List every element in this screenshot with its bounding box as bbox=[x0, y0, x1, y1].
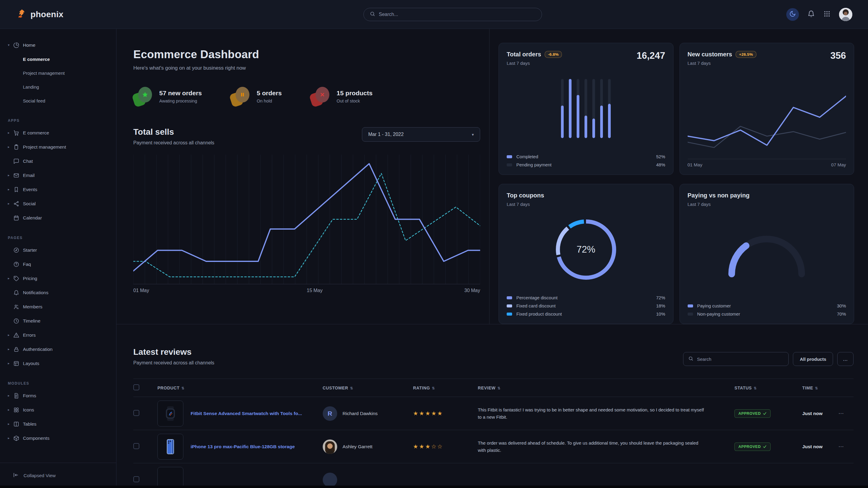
legend-row: Percentage discount72% bbox=[507, 295, 665, 300]
reviews-search-input[interactable]: Search bbox=[683, 352, 789, 366]
sort-icon: ⇅ bbox=[497, 386, 501, 390]
legend-row: Completed52% bbox=[507, 154, 665, 159]
star-filled-icon: ★ bbox=[425, 444, 431, 450]
sidebar-item-email[interactable]: ▸ Email bbox=[8, 168, 111, 182]
notifications-button[interactable] bbox=[807, 10, 815, 19]
legend-row: Pending payment48% bbox=[507, 162, 665, 167]
caret-right-icon: ▸ bbox=[8, 408, 13, 412]
sidebar-item-home[interactable]: ▾ Home bbox=[8, 38, 111, 52]
caret-right-icon: ▸ bbox=[8, 361, 13, 365]
sidebar-item-calendar[interactable]: Calendar bbox=[8, 211, 111, 225]
column-header-rating[interactable]: RATING⇅ bbox=[413, 379, 478, 397]
sort-icon: ⇅ bbox=[754, 386, 757, 390]
star-empty-icon: ☆ bbox=[431, 444, 437, 450]
sidebar-item-authentication[interactable]: ▸ Authentication bbox=[8, 342, 111, 356]
sidebar-item-icons[interactable]: ▸ Icons bbox=[8, 403, 111, 417]
sidebar-item-events[interactable]: ▸ Events bbox=[8, 182, 111, 197]
total-sells-chart bbox=[133, 155, 480, 284]
select-all-checkbox[interactable] bbox=[133, 384, 140, 390]
review-text: The order was delivered ahead of schedul… bbox=[478, 440, 719, 454]
row-menu-button[interactable]: ⋯ bbox=[838, 444, 844, 449]
column-header-review[interactable]: REVIEW⇅ bbox=[478, 379, 734, 397]
column-header-status[interactable]: STATUS⇅ bbox=[734, 379, 802, 397]
sidebar-item-starter[interactable]: Starter bbox=[8, 243, 111, 257]
row-checkbox[interactable] bbox=[133, 476, 140, 482]
table-row: Fitbit Sense Advanced Smartwatch with To… bbox=[133, 397, 854, 430]
caret-right-icon: ▸ bbox=[8, 173, 13, 177]
global-search-input[interactable]: Search... bbox=[364, 8, 542, 21]
reviews-menu-button[interactable]: ... bbox=[837, 352, 854, 366]
total-sells-subtitle: Payment received across all channels bbox=[133, 140, 214, 145]
sidebar-item-components[interactable]: ▸ Components bbox=[8, 431, 111, 445]
sidebar-item-timeline[interactable]: Timeline bbox=[8, 314, 111, 328]
column-header-product[interactable]: PRODUCT⇅ bbox=[157, 379, 323, 397]
sidebar-item-faq[interactable]: Faq bbox=[8, 257, 111, 271]
phoenix-logo-icon bbox=[16, 8, 27, 21]
customer-avatar bbox=[323, 440, 337, 454]
sidebar-item-pricing[interactable]: ▸ Pricing bbox=[8, 271, 111, 286]
new-customers-badge: +26.5% bbox=[736, 51, 756, 58]
grid-9-icon bbox=[824, 10, 831, 19]
legend-swatch bbox=[507, 296, 512, 299]
reviews-title: Latest reviews bbox=[133, 347, 214, 357]
page-subtitle: Here's what's going on at your business … bbox=[133, 65, 480, 71]
row-checkbox[interactable] bbox=[133, 443, 140, 449]
date-range-value: Mar 1 - 31, 2022 bbox=[368, 132, 404, 137]
sidebar: ▾ HomeE commerceProject managementLandin… bbox=[0, 29, 116, 488]
stat-subtitle: Awating processing bbox=[159, 99, 202, 103]
sidebar-subitem-social-feed[interactable]: Social feed bbox=[8, 94, 111, 108]
total-orders-card: Total orders -6.8% 16,247 Last 7 days Co… bbox=[499, 43, 674, 175]
new-customers-x-labels: 01 May 07 May bbox=[688, 162, 846, 167]
legend-swatch bbox=[688, 304, 693, 307]
legend-swatch bbox=[688, 313, 693, 316]
product-link[interactable]: iPhone 13 pro max-Pacific Blue-128GB sto… bbox=[191, 444, 294, 449]
sidebar-item-errors[interactable]: ▸ Errors bbox=[8, 328, 111, 342]
sidebar-item-notifications[interactable]: Notifications bbox=[8, 286, 111, 300]
row-checkbox[interactable] bbox=[133, 410, 140, 416]
star-filled-icon: ★ bbox=[425, 410, 431, 417]
collapsed-view-label: Collapsed View bbox=[24, 473, 56, 478]
sidebar-item-social[interactable]: ▸ Social bbox=[8, 197, 111, 211]
sidebar-item-layouts[interactable]: ▸ Layouts bbox=[8, 356, 111, 370]
theme-toggle-button[interactable] bbox=[786, 8, 799, 21]
brand[interactable]: phoenix bbox=[16, 8, 63, 21]
top-coupons-donut-chart: 72% bbox=[507, 207, 665, 292]
sidebar-subitem-project-management[interactable]: Project management bbox=[8, 66, 111, 80]
legend-row: Fixed card discount18% bbox=[507, 303, 665, 308]
sidebar-item-tables[interactable]: ▸ Tables bbox=[8, 417, 111, 431]
header-checkbox-cell bbox=[133, 379, 157, 397]
caret-right-icon: ▸ bbox=[8, 333, 13, 337]
row-menu-button[interactable]: ⋯ bbox=[838, 411, 844, 416]
calendar-icon bbox=[13, 215, 23, 221]
review-time: Just now bbox=[802, 444, 823, 449]
sidebar-item-members[interactable]: Members bbox=[8, 300, 111, 314]
date-range-select[interactable]: Mar 1 - 31, 2022 ▾ bbox=[362, 127, 480, 142]
star-icon bbox=[138, 87, 152, 102]
user-avatar[interactable] bbox=[839, 8, 852, 21]
all-products-button[interactable]: All products bbox=[793, 352, 833, 366]
customer-avatar bbox=[323, 473, 337, 487]
chat-icon bbox=[13, 158, 23, 164]
total-orders-badge: -6.8% bbox=[545, 51, 562, 58]
sort-icon: ⇅ bbox=[432, 386, 435, 390]
cart-icon bbox=[13, 130, 23, 136]
sidebar-subitem-e-commerce[interactable]: E commerce bbox=[8, 52, 111, 66]
sort-icon: ⇅ bbox=[181, 386, 185, 390]
apps-grid-button[interactable] bbox=[824, 10, 831, 19]
sidebar-item-e-commerce[interactable]: ▸ E commerce bbox=[8, 126, 111, 140]
status-badge: APPROVED bbox=[734, 443, 771, 451]
legend-row: Non-paying customer70% bbox=[688, 312, 846, 317]
star-filled-icon: ★ bbox=[437, 410, 443, 417]
sidebar-item-project-management[interactable]: ▸ Project management bbox=[8, 140, 111, 154]
sidebar-subitem-landing[interactable]: Landing bbox=[8, 80, 111, 94]
column-header-time[interactable]: TIME⇅ bbox=[802, 379, 838, 397]
clipboard-icon bbox=[13, 144, 23, 150]
product-link[interactable]: Fitbit Sense Advanced Smartwatch with To… bbox=[191, 411, 302, 416]
sidebar-item-forms[interactable]: ▸ Forms bbox=[8, 389, 111, 403]
column-header-customer[interactable]: CUSTOMER⇅ bbox=[323, 379, 413, 397]
customer-avatar: R bbox=[323, 406, 337, 421]
collapsed-view-toggle[interactable]: Collapsed View bbox=[0, 463, 116, 488]
warning-icon bbox=[13, 332, 23, 338]
sidebar-item-chat[interactable]: Chat bbox=[8, 154, 111, 168]
latest-reviews-section: Latest reviews Payment received across a… bbox=[116, 324, 868, 488]
